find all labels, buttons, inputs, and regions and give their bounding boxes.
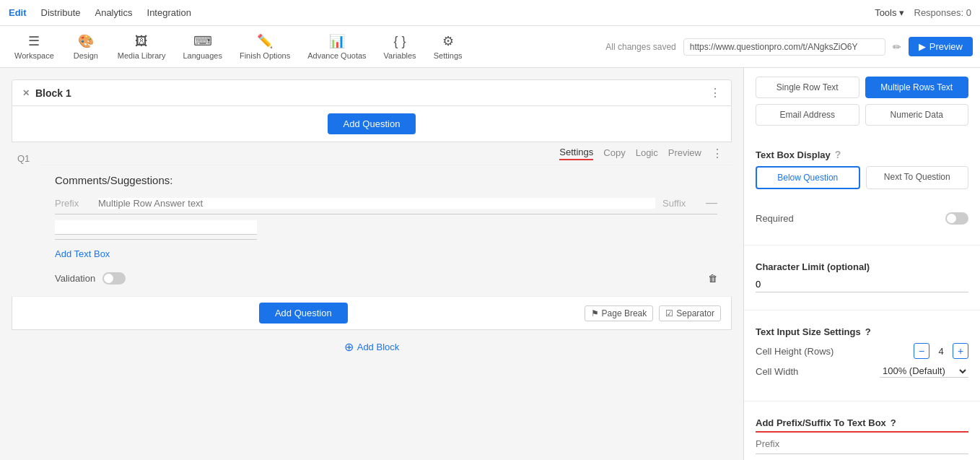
validation-toggle[interactable] [102, 272, 126, 285]
nav-distribute[interactable]: Distribute [41, 7, 81, 18]
validation-row: Validation 🗑 [55, 272, 717, 285]
separator-icon: ☑ [665, 308, 673, 318]
add-block-row: ⊕ Add Block [12, 330, 732, 364]
tab-preview[interactable]: Preview [668, 147, 701, 160]
collapse-icon[interactable]: ✕ [22, 88, 30, 98]
text-row-2 [55, 220, 257, 240]
toolbar: ☰ Workspace 🎨 Design 🖼 Media Library ⌨ L… [0, 26, 980, 68]
char-limit-section: Character Limit (optional) [744, 253, 980, 301]
required-row: Required [756, 212, 968, 225]
cell-height-value: 4 [934, 346, 948, 357]
tab-settings[interactable]: Settings [559, 147, 593, 160]
display-chips-row: Below Question Next To Question [756, 166, 968, 189]
block-more-button[interactable]: ⋮ [709, 86, 721, 100]
type-chips-row1: Single Row Text Multiple Rows Text [756, 77, 968, 98]
right-panel: Single Row Text Multiple Rows Text Email… [743, 68, 980, 460]
add-textbox-link[interactable]: Add Text Box [55, 248, 110, 259]
chip-multiple-rows-text[interactable]: Multiple Rows Text [865, 77, 969, 98]
media-icon: 🖼 [135, 34, 148, 49]
question-title: Comments/Suggestions: [55, 174, 717, 186]
add-question-top-button[interactable]: Add Question [328, 113, 416, 134]
edit-url-button[interactable]: ✏ [893, 41, 901, 53]
preview-icon: ▶ [919, 41, 926, 52]
question-card: Settings Copy Logic Preview ⋮ Comments/S… [40, 142, 732, 296]
nav-integration[interactable]: Integration [147, 7, 191, 18]
survey-url-input[interactable] [683, 38, 885, 56]
question-tab-more[interactable]: ⋮ [712, 147, 723, 160]
size-help-icon[interactable]: ? [865, 326, 871, 337]
languages-icon: ⌨ [193, 33, 212, 49]
tools-button[interactable]: Tools ▾ [875, 7, 904, 18]
finish-options-icon: ✏️ [257, 33, 273, 49]
required-toggle[interactable] [945, 212, 968, 225]
text-row-2-input[interactable] [55, 220, 257, 235]
separator-button[interactable]: ☑ Separator [659, 305, 721, 321]
required-toggle-knob [947, 214, 956, 223]
settings-button[interactable]: ⚙ Settings [426, 30, 470, 63]
divider-3 [744, 401, 980, 402]
prefix-suffix-help-icon[interactable]: ? [891, 417, 896, 428]
question-bottom-bar: Add Question ⚑ Page Break ☑ Separator [12, 296, 732, 330]
finish-options-button[interactable]: ✏️ Finish Options [232, 30, 297, 63]
add-block-button[interactable]: ⊕ Add Block [344, 340, 400, 354]
top-nav-left: Edit Distribute Analytics Integration [9, 7, 191, 18]
size-title: Text Input Size Settings ? [756, 326, 968, 337]
cell-height-decrement[interactable]: − [914, 343, 929, 359]
prefix-input[interactable] [756, 434, 968, 454]
question-body: Comments/Suggestions: Prefix Suffix — Ad… [40, 165, 732, 296]
languages-button[interactable]: ⌨ Languages [175, 30, 229, 63]
chip-numeric-data[interactable]: Numeric Data [865, 104, 969, 126]
cell-height-row: Cell Height (Rows) − 4 + [756, 343, 968, 359]
tab-logic[interactable]: Logic [636, 147, 658, 160]
tab-copy[interactable]: Copy [603, 147, 625, 160]
workspace-button[interactable]: ☰ Workspace [7, 30, 61, 63]
divider-1 [744, 245, 980, 246]
text-box-display-section: Text Box Display ? Below Question Next T… [744, 140, 980, 204]
type-chips-section: Single Row Text Multiple Rows Text Email… [744, 68, 980, 140]
media-library-button[interactable]: 🖼 Media Library [110, 31, 173, 63]
top-nav-right: Tools ▾ Responses: 0 [875, 7, 971, 18]
chip-single-row-text[interactable]: Single Row Text [756, 77, 859, 98]
advance-quotas-icon: 📊 [329, 33, 345, 49]
design-button[interactable]: 🎨 Design [64, 30, 108, 63]
toolbar-left: ☰ Workspace 🎨 Design 🖼 Media Library ⌨ L… [7, 30, 470, 63]
cell-width-row: Cell Width 100% (Default) [756, 365, 968, 378]
toolbar-right: All changes saved ✏ ▶ Preview [605, 37, 973, 56]
nav-edit[interactable]: Edit [9, 7, 27, 18]
question-number: Q1 [12, 142, 40, 296]
variables-button[interactable]: { } Variables [377, 31, 424, 63]
question-outer: Q1 Settings Copy Logic Preview ⋮ Comment… [12, 142, 732, 296]
page-break-button[interactable]: ⚑ Page Break [585, 305, 654, 321]
left-panel: ✕ Block 1 ⋮ Add Question Q1 Settings Cop… [0, 68, 743, 460]
add-question-top-bar: Add Question [12, 106, 732, 142]
answer-input[interactable] [98, 198, 655, 209]
text-input-row: Prefix Suffix — [55, 196, 717, 214]
char-limit-input[interactable] [756, 277, 968, 292]
top-nav: Edit Distribute Analytics Integration To… [0, 0, 980, 26]
bottom-bar-right: ⚑ Page Break ☑ Separator [585, 305, 721, 321]
prefix-label: Prefix [55, 198, 91, 209]
suffix-label: Suffix [662, 198, 699, 209]
design-icon: 🎨 [78, 33, 94, 49]
preview-button[interactable]: ▶ Preview [909, 37, 973, 56]
add-question-bottom-center: Add Question [22, 303, 585, 324]
chip-below-question[interactable]: Below Question [756, 166, 860, 189]
cell-height-increment[interactable]: + [953, 343, 968, 359]
prefix-suffix-title: Add Prefix/Suffix To Text Box ? [756, 417, 968, 433]
size-section: Text Input Size Settings ? Cell Height (… [744, 318, 980, 392]
nav-analytics[interactable]: Analytics [95, 7, 132, 18]
workspace-icon: ☰ [28, 33, 40, 49]
cell-width-select[interactable]: 100% (Default) [880, 365, 968, 378]
add-question-bottom-button[interactable]: Add Question [259, 303, 348, 324]
divider-2 [744, 310, 980, 311]
add-block-icon: ⊕ [344, 340, 354, 354]
cell-height-label: Cell Height (Rows) [756, 346, 834, 357]
cell-width-label: Cell Width [756, 366, 798, 377]
chip-next-to-question[interactable]: Next To Question [866, 166, 969, 189]
page-break-icon: ⚑ [591, 308, 599, 318]
type-chips-row2: Email Address Numeric Data [756, 104, 968, 126]
advance-quotas-button[interactable]: 📊 Advance Quotas [300, 30, 373, 63]
chip-email-address[interactable]: Email Address [756, 104, 859, 126]
text-box-display-help[interactable]: ? [835, 149, 841, 160]
delete-icon[interactable]: 🗑 [708, 273, 717, 284]
